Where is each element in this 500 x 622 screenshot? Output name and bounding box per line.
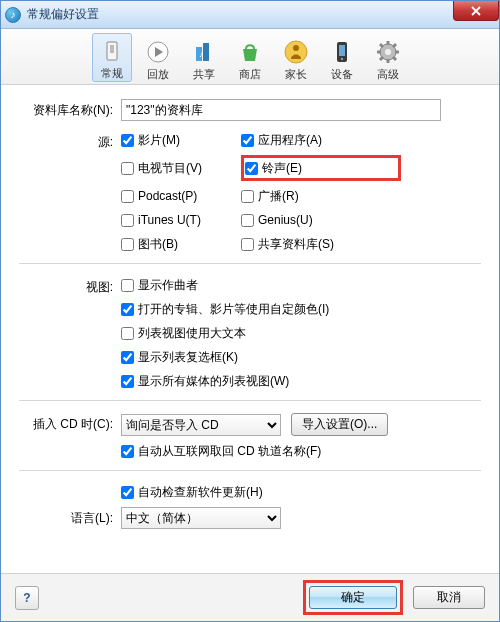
library-name-input[interactable] [121,99,441,121]
svg-point-7 [293,45,299,51]
separator [19,263,481,264]
chk-ringtone[interactable]: 铃声(E) [245,159,302,177]
svg-text:♪: ♪ [199,50,203,59]
library-name-label: 资料库名称(N): [19,99,121,119]
tab-devices[interactable]: 设备 [322,35,362,82]
preferences-window: ♪ 常规偏好设置 常规 回放 ♪ 共享 [0,0,500,622]
gear-icon [373,37,403,67]
parental-icon [281,37,311,67]
close-button[interactable] [453,1,499,21]
chk-composer[interactable]: 显示作曲者 [121,276,481,294]
highlight-ok: 确定 [303,580,403,615]
svg-point-6 [285,41,307,63]
svg-line-17 [380,44,383,47]
tab-advanced[interactable]: 高级 [368,35,408,82]
chk-tv[interactable]: 电视节目(V) [121,159,241,177]
separator [19,400,481,401]
titlebar: ♪ 常规偏好设置 [1,1,499,29]
tab-label: 共享 [193,67,215,82]
chk-podcast[interactable]: Podcast(P) [121,187,241,205]
tab-playback[interactable]: 回放 [138,35,178,82]
tab-label: 设备 [331,67,353,82]
tab-label: 商店 [239,67,261,82]
tab-label: 家长 [285,67,307,82]
close-icon [471,6,481,16]
tab-sharing[interactable]: ♪ 共享 [184,35,224,82]
tab-label: 常规 [101,66,123,81]
separator [19,470,481,471]
chk-listcheckbox[interactable]: 显示列表复选框(K) [121,348,481,366]
cancel-button[interactable]: 取消 [413,586,485,609]
sharing-icon: ♪ [189,37,219,67]
footer: ? 确定 取消 [1,573,499,621]
tab-general[interactable]: 常规 [92,33,132,82]
ok-button[interactable]: 确定 [309,586,397,609]
svg-point-12 [385,49,391,55]
chk-alllistview[interactable]: 显示所有媒体的列表视图(W) [121,372,481,390]
general-icon [97,36,127,66]
svg-rect-1 [110,45,114,53]
chk-radio[interactable]: 广播(R) [241,187,401,205]
chk-auto-update[interactable]: 自动检查新软件更新(H) [121,483,481,501]
tab-parental[interactable]: 家长 [276,35,316,82]
playback-icon [143,37,173,67]
help-button[interactable]: ? [15,586,39,610]
window-title: 常规偏好设置 [27,6,99,23]
svg-point-10 [341,58,343,60]
highlight-ringtone: 铃声(E) [241,155,401,181]
language-label: 语言(L): [19,507,121,527]
view-label: 视图: [19,276,121,296]
chk-bigtext[interactable]: 列表视图使用大文本 [121,324,481,342]
cd-insert-label: 插入 CD 时(C): [19,413,121,433]
content-pane: 资料库名称(N): 源: 影片(M) 应用程序(A) 电视节目(V) 铃声(E)… [1,85,499,543]
svg-line-19 [393,44,396,47]
chk-books[interactable]: 图书(B) [121,235,241,253]
devices-icon [327,37,357,67]
tab-store[interactable]: 商店 [230,35,270,82]
tab-label: 回放 [147,67,169,82]
chk-genius[interactable]: Genius(U) [241,211,401,229]
svg-rect-9 [339,45,345,56]
chk-shared[interactable]: 共享资料库(S) [241,235,401,253]
tab-label: 高级 [377,67,399,82]
tab-toolbar: 常规 回放 ♪ 共享 商店 家长 [1,29,499,85]
chk-auto-tracknames[interactable]: 自动从互联网取回 CD 轨道名称(F) [121,442,481,460]
svg-line-18 [393,57,396,60]
chk-movies[interactable]: 影片(M) [121,131,241,149]
chk-customcolor[interactable]: 打开的专辑、影片等使用自定颜色(I) [121,300,481,318]
svg-rect-4 [203,43,209,61]
chk-apps[interactable]: 应用程序(A) [241,131,401,149]
import-settings-button[interactable]: 导入设置(O)... [291,413,388,436]
store-icon [235,37,265,67]
language-select[interactable]: 中文（简体） [121,507,281,529]
itunes-icon: ♪ [5,7,21,23]
svg-line-20 [380,57,383,60]
sources-label: 源: [19,131,121,151]
chk-itunesu[interactable]: iTunes U(T) [121,211,241,229]
cd-action-select[interactable]: 询问是否导入 CD [121,414,281,436]
